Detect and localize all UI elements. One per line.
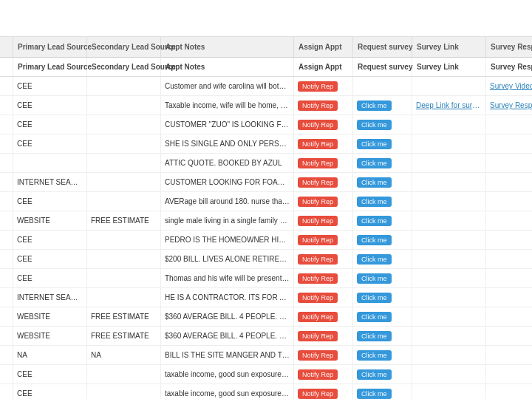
- click-me-button[interactable]: Click me: [357, 100, 392, 111]
- cell-assign: Notify Rep: [294, 154, 353, 172]
- notify-rep-button[interactable]: Notify Rep: [298, 197, 338, 207]
- cell-secondary: FREE ESTIMATE: [87, 211, 161, 230]
- cell-apptnotes: taxable income, good sun exposure. wife …: [161, 384, 294, 399]
- cell-assign: Notify Rep: [294, 269, 353, 287]
- cell-survey-link: [412, 154, 486, 172]
- cell-rownum: [0, 231, 13, 249]
- click-me-button[interactable]: Click me: [357, 216, 392, 226]
- table-row: CEECustomer and wife carolina will both …: [0, 77, 532, 96]
- cell-secondary: [87, 192, 161, 211]
- cell-survey-link: [412, 288, 486, 307]
- cell-primary: INTERNET SEARCH: [13, 288, 87, 307]
- cell-apptnotes: AVERage bill around 180. nurse that work…: [161, 192, 294, 211]
- table-row: WEBSITEFREE ESTIMATE$360 AVERAGE BILL. 4…: [0, 307, 532, 327]
- click-me-button[interactable]: Click me: [357, 235, 392, 245]
- cell-survey-response[interactable]: Survey Response Li...: [486, 96, 532, 115]
- cell-survey-response[interactable]: Survey Video Resp...: [486, 77, 532, 95]
- sub-col-rownum: [0, 58, 13, 76]
- cell-rownum: [0, 250, 13, 268]
- cell-apptnotes: PEDRO IS THE HOMEOWNER HIM AND HIS ...: [161, 231, 294, 249]
- cell-survey-link: [412, 77, 486, 95]
- cell-survey-response: [486, 115, 532, 134]
- col-header-surveyresp-top: Survey Response: [486, 37, 532, 57]
- survey-response-text[interactable]: Survey Response Li...: [490, 101, 532, 109]
- notify-rep-button[interactable]: Notify Rep: [298, 216, 338, 226]
- table-row: CEECUSTOMER "ZUO" IS LOOKING FOR SOLAR S…: [0, 115, 532, 134]
- table-row: CEETaxable income, wife will be home, go…: [0, 96, 532, 115]
- click-me-button[interactable]: Click me: [357, 139, 392, 149]
- cell-survey-response: [486, 384, 532, 399]
- cell-request-survey: Click me: [353, 288, 412, 307]
- click-me-button[interactable]: Click me: [357, 312, 392, 322]
- cell-survey-link: [412, 384, 486, 399]
- cell-apptnotes: Taxable income, wife will be home, good …: [161, 96, 294, 115]
- cell-request-survey: Click me: [353, 327, 412, 345]
- cell-survey-response: [486, 173, 532, 191]
- click-me-button[interactable]: Click me: [357, 369, 392, 380]
- cell-rownum: [0, 211, 13, 230]
- notify-rep-button[interactable]: Notify Rep: [298, 312, 338, 322]
- cell-survey-link: [412, 346, 486, 364]
- cell-rownum: [0, 327, 13, 345]
- click-me-button[interactable]: Click me: [357, 350, 392, 361]
- cell-apptnotes: $360 AVERAGE BILL. 4 PEOPLE. RETIRED BUT…: [161, 327, 294, 345]
- cell-assign: Notify Rep: [294, 192, 353, 211]
- cell-request-survey: Click me: [353, 250, 412, 268]
- notify-rep-button[interactable]: Notify Rep: [298, 235, 338, 245]
- cell-primary: INTERNET SEARCH: [13, 173, 87, 191]
- survey-link-text[interactable]: Deep Link for survey: [416, 101, 482, 109]
- click-me-button[interactable]: Click me: [357, 158, 392, 168]
- notify-rep-button[interactable]: Notify Rep: [298, 350, 338, 361]
- cell-rownum: [0, 346, 13, 364]
- cell-primary: CEE: [13, 250, 87, 268]
- cell-rownum: [0, 365, 13, 383]
- cell-primary: CEE: [13, 96, 87, 115]
- click-me-button[interactable]: Click me: [357, 197, 392, 207]
- notify-rep-button[interactable]: Notify Rep: [298, 254, 338, 265]
- click-me-button[interactable]: Click me: [357, 177, 392, 188]
- cell-assign: Notify Rep: [294, 77, 353, 95]
- cell-primary: WEBSITE: [13, 211, 87, 230]
- cell-secondary: [87, 288, 161, 307]
- table-row: INTERNET SEARCHCUSTOMER LOOKING FOR FOAM…: [0, 173, 532, 192]
- click-me-button[interactable]: Click me: [357, 120, 392, 130]
- click-me-button[interactable]: Click me: [357, 389, 392, 399]
- cell-rownum: [0, 77, 13, 95]
- table-row: CEEtaxable income, good sun exposure. wi…: [0, 365, 532, 384]
- notify-rep-button[interactable]: Notify Rep: [298, 120, 338, 130]
- sub-col-apptnotes: Appt Notes: [161, 58, 294, 76]
- notify-rep-button[interactable]: Notify Rep: [298, 100, 338, 111]
- cell-assign: Notify Rep: [294, 134, 353, 153]
- cell-survey-link[interactable]: Deep Link for survey: [412, 96, 486, 115]
- notify-rep-button[interactable]: Notify Rep: [298, 273, 338, 284]
- cell-survey-response: [486, 192, 532, 211]
- notify-rep-button[interactable]: Notify Rep: [298, 81, 338, 92]
- notify-rep-button[interactable]: Notify Rep: [298, 331, 338, 341]
- click-me-button[interactable]: Click me: [357, 273, 392, 284]
- cell-request-survey: Click me: [353, 269, 412, 287]
- cell-request-survey: [353, 77, 412, 95]
- cell-apptnotes: SHE IS SINGLE AND ONLY PERSON ON THE ...: [161, 134, 294, 153]
- col-header-request-top: Request survey: [353, 37, 412, 57]
- notify-rep-button[interactable]: Notify Rep: [298, 158, 338, 168]
- click-me-button[interactable]: Click me: [357, 254, 392, 265]
- cell-assign: Notify Rep: [294, 115, 353, 134]
- cell-secondary: [87, 115, 161, 134]
- cell-request-survey: Click me: [353, 115, 412, 134]
- notify-rep-button[interactable]: Notify Rep: [298, 293, 338, 303]
- cell-rownum: [0, 134, 13, 153]
- cell-survey-link: [412, 327, 486, 345]
- survey-response-text[interactable]: Survey Video Resp...: [490, 82, 532, 90]
- cell-survey-response: [486, 288, 532, 307]
- click-me-button[interactable]: Click me: [357, 293, 392, 303]
- cell-survey-response: [486, 327, 532, 345]
- cell-rownum: [0, 192, 13, 211]
- cell-secondary: [87, 384, 161, 399]
- notify-rep-button[interactable]: Notify Rep: [298, 139, 338, 149]
- notify-rep-button[interactable]: Notify Rep: [298, 177, 338, 188]
- click-me-button[interactable]: Click me: [357, 331, 392, 341]
- cell-apptnotes: single male living in a single family ho…: [161, 211, 294, 230]
- cell-assign: Notify Rep: [294, 327, 353, 345]
- notify-rep-button[interactable]: Notify Rep: [298, 389, 338, 399]
- notify-rep-button[interactable]: Notify Rep: [298, 369, 338, 380]
